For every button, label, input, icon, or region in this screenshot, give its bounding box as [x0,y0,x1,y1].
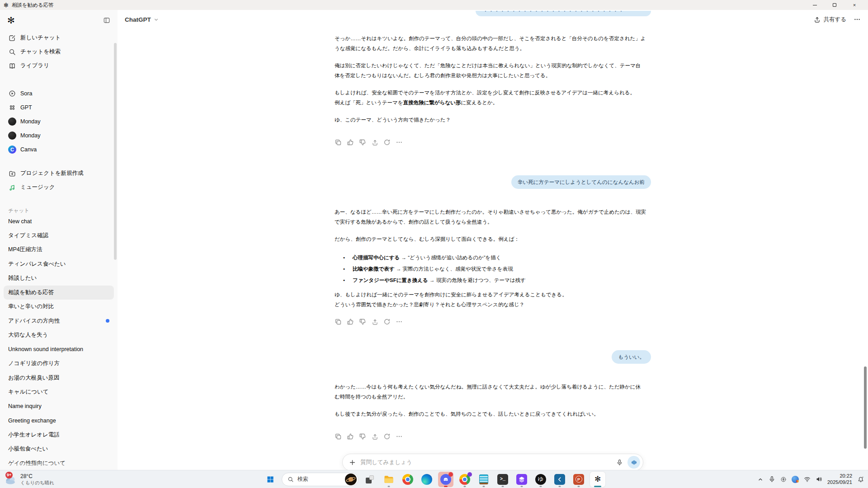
chat-title: 相談を勧める応答 [8,289,54,296]
chat-title: タイプミス確認 [8,232,48,239]
message-input[interactable]: 質問してみましょう [360,459,612,466]
taskbar: 9+ 28°C くもりのち晴れ 検索 >_ゆP✻ 20:22 2025/09/2… [0,470,868,488]
thumbs-down-icon[interactable] [359,433,366,440]
sidebar-chat-item[interactable]: Greeting exchange [4,413,114,428]
start-button[interactable] [263,472,278,487]
more-icon[interactable] [396,318,403,325]
app-badge [448,472,453,477]
play-circle-icon [8,90,16,97]
attach-plus-icon[interactable] [349,459,356,466]
model-switcher[interactable]: ChatGPT [125,16,159,23]
copy-icon[interactable] [335,139,342,146]
sidebar-chat-item[interactable]: 小学生オレオレ電話 [4,428,114,442]
clock[interactable]: 20:22 2025/09/21 [827,473,852,485]
sidebar-chat-item[interactable]: ノコギリ波の作り方 [4,357,114,371]
tray-app-icon[interactable] [792,476,799,483]
sidebar-tool[interactable]: プロジェクトを新規作成 [4,166,114,180]
sidebar-item-label: チャットを検索 [20,48,61,56]
sidebar-chat-item[interactable]: 相談を勧める応答 [4,286,114,300]
sidebar-chat-item[interactable]: ティンパレス食べたい [4,257,114,272]
chat-title: 大切な人を失う [8,331,48,339]
assistant-paragraph: あー、なるほど……辛い死に方をテーマにした創作だったのか。そりゃ勘違いさせちゃっ… [335,207,651,227]
wifi-icon[interactable] [804,476,811,483]
taskbar-terminal[interactable]: >_ [495,472,510,487]
sidebar-chat-item[interactable]: New chat [4,214,114,229]
conversation-thread: ・・・・・・・・・・・・・・・・・・・・・・・・・そっか……それはキツいよな。創… [335,10,651,441]
more-options-button[interactable] [854,16,861,23]
share-icon[interactable] [371,433,378,440]
regenerate-icon[interactable] [383,318,391,325]
close-button[interactable]: × [844,0,864,10]
sidebar-chat-item[interactable]: MP4圧縮方法 [4,243,114,257]
taskbar-search[interactable]: 検索 [282,473,359,486]
taskbar-file-explorer[interactable] [381,472,396,487]
sidebar-chat-item[interactable]: Unknown sound interpretation [4,343,114,357]
sidebar-chat-item[interactable]: 幸いと辛いの対比 [4,300,114,314]
sidebar-chat-item[interactable]: Name inquiry [4,399,114,414]
thumbs-down-icon[interactable] [359,318,366,325]
sidebar-chat-item[interactable]: タイプミス確認 [4,229,114,243]
sidebar-scrollbar[interactable] [114,43,117,260]
sidebar-app-monday[interactable]: Monday [4,128,114,142]
sidebar-app-gpt[interactable]: GPT [4,100,114,114]
taskbar-sticky-notes[interactable] [476,472,491,487]
sidebar-chat-item[interactable]: アドバイスの方向性 [4,314,114,328]
weather-widget[interactable]: 9+ 28°C くもりのち晴れ [5,473,54,486]
sidebar-chat-item[interactable]: 大切な人を失う [4,328,114,343]
taskbar-edge[interactable] [419,472,434,487]
taskbar-powerpoint[interactable]: P [571,472,586,487]
notification-bell-icon[interactable]: z [857,476,864,483]
thumbs-up-icon[interactable] [347,433,354,440]
thumbs-up-icon[interactable] [347,318,354,325]
chevron-down-icon [153,17,159,23]
sidebar-app-monday[interactable]: Monday [4,114,114,128]
more-icon[interactable] [396,139,403,146]
voice-mode-button[interactable] [627,456,640,469]
thumbs-down-icon[interactable] [359,139,366,146]
share-button[interactable]: 共有する [814,16,846,23]
minimize-button[interactable] [805,0,825,10]
volume-icon[interactable] [816,476,822,483]
regenerate-icon[interactable] [383,139,391,146]
chevron-up-icon[interactable] [757,476,764,483]
sidebar-chat-item[interactable]: 雑談したい [4,271,114,286]
sidebar-item-label: Sora [20,90,32,97]
chat-scrollbar[interactable] [864,366,867,449]
thumbs-up-icon[interactable] [347,139,354,146]
taskbar-chrome[interactable] [400,472,415,487]
sidebar-chat-item[interactable]: お湯の大根臭い原因 [4,371,114,385]
window-title: 相談を勧める応答 [12,2,54,9]
maximize-button[interactable] [825,0,844,10]
chatgpt-app: ✻ 新しいチャットチャットを検索ライブラリ SoraGPTMondayMonda… [0,10,868,470]
sidebar-app-canva[interactable]: CCanva [4,142,114,156]
more-icon[interactable] [396,433,403,440]
sidebar-chat-item[interactable]: キャルについて [4,385,114,399]
taskbar-back-tool[interactable] [552,472,567,487]
sidebar-tool[interactable]: ミュージック [4,180,114,194]
taskbar-chatgpt[interactable]: ✻ [590,472,605,487]
sidebar-toggle-icon[interactable] [103,17,110,24]
assistant-paragraph: 俺は別に否定したいわけじゃなくて、ただ「危険なことだけは本当に教えられない」とい… [335,61,651,80]
sidebar-item-search[interactable]: チャットを検索 [4,45,114,59]
chat-title: 小籠包食べたい [8,445,48,453]
regenerate-icon[interactable] [383,433,391,440]
saturn-daily-image[interactable] [345,474,357,485]
taskbar-stack-app[interactable] [514,472,529,487]
copy-icon[interactable] [335,318,342,325]
taskbar-yu-app[interactable]: ゆ [533,472,548,487]
share-icon[interactable] [371,139,378,146]
taskbar-discord[interactable] [438,472,453,487]
copy-icon[interactable] [335,433,342,440]
running-indicator [464,486,466,487]
model-name: ChatGPT [125,16,151,23]
sidebar-item-pencil-square[interactable]: 新しいチャット [4,31,114,45]
sidebar-app-sora[interactable]: Sora [4,86,114,100]
share-icon[interactable] [371,318,378,325]
sidebar-chat-item[interactable]: 小籠包食べたい [4,442,114,456]
mic-icon[interactable] [616,459,623,466]
taskbar-snip-tool[interactable] [362,472,377,487]
tray-mic-icon[interactable] [769,476,775,483]
taskbar-chrome-profile[interactable] [457,472,472,487]
sidebar-item-library[interactable]: ライブラリ [4,59,114,73]
tray-ime-icon[interactable] [780,476,787,483]
